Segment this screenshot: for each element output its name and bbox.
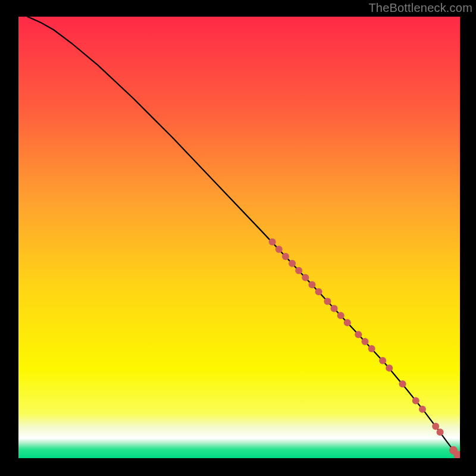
data-marker [437, 428, 444, 436]
chart-svg [18, 17, 460, 458]
gradient-rect [18, 17, 460, 458]
data-marker [432, 423, 439, 430]
data-marker [419, 406, 426, 413]
chart-plot-area [18, 17, 460, 458]
data-marker [302, 274, 309, 281]
chart-frame: TheBottleneck.com [0, 0, 476, 476]
data-marker [337, 312, 345, 319]
data-marker [344, 319, 351, 326]
data-marker [412, 397, 419, 405]
data-marker [289, 260, 296, 267]
data-marker [386, 365, 393, 372]
data-marker [295, 267, 302, 274]
data-marker [269, 238, 276, 245]
data-marker [308, 281, 315, 288]
data-marker [355, 331, 362, 338]
data-marker [379, 357, 386, 364]
data-marker [282, 253, 289, 260]
attribution-label: TheBottleneck.com [368, 1, 472, 15]
data-marker [275, 246, 283, 253]
data-marker [399, 380, 406, 387]
data-marker [324, 298, 331, 305]
data-marker [368, 345, 375, 352]
data-marker [331, 305, 338, 312]
data-marker [361, 338, 368, 345]
data-marker [315, 288, 322, 295]
